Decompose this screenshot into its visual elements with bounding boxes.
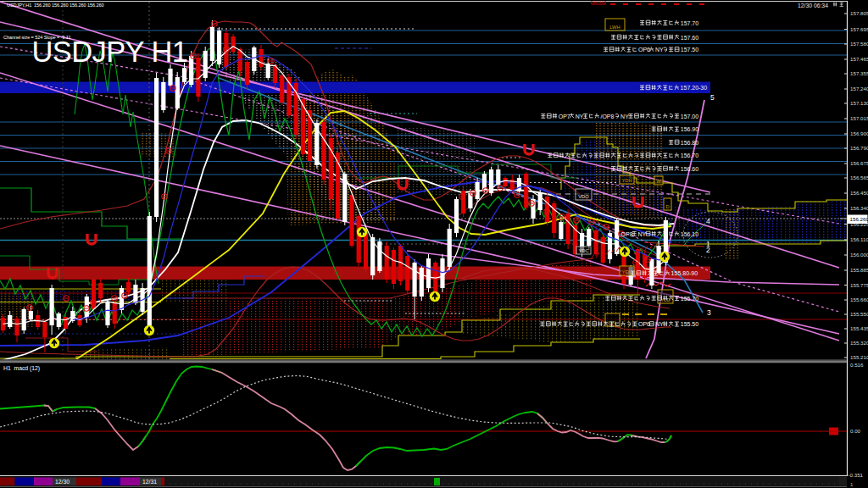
- svg-text:155.80-90: 155.80-90: [671, 270, 698, 276]
- svg-text:156.260: 156.260: [850, 216, 868, 222]
- svg-text:156.10: 156.10: [681, 231, 699, 237]
- svg-text:157.580: 157.580: [850, 41, 868, 47]
- svg-text:156.110: 156.110: [850, 236, 868, 242]
- svg-text:157.805: 157.805: [850, 10, 868, 16]
- svg-text:/OP8: /OP8: [600, 114, 614, 119]
- svg-text:12/31: 12/31: [142, 479, 157, 485]
- svg-text:157.00: 157.00: [681, 114, 699, 119]
- svg-text:LWH: LWH: [609, 25, 620, 30]
- svg-text:OP8: OP8: [621, 231, 633, 237]
- svg-text:157.70: 157.70: [681, 20, 699, 26]
- svg-text:NY: NY: [655, 321, 664, 327]
- svg-text:12/30 06:34: 12/30 06:34: [798, 3, 828, 8]
- svg-text:VDO: VDO: [578, 194, 589, 199]
- svg-text:155.775: 155.775: [850, 282, 868, 288]
- svg-text:NY: NY: [638, 231, 647, 237]
- svg-text:157.240: 157.240: [850, 86, 868, 92]
- svg-text:155.435: 155.435: [850, 325, 868, 331]
- svg-text:D: D: [665, 204, 669, 209]
- svg-text:157.50: 157.50: [681, 47, 699, 53]
- svg-text:NY: NY: [655, 47, 664, 53]
- svg-text:155.50: 155.50: [681, 321, 699, 327]
- svg-text:157.465: 157.465: [850, 56, 868, 62]
- svg-text:H1 macd (12): H1 macd (12): [3, 365, 40, 372]
- svg-text:YDC: YDC: [578, 248, 588, 253]
- svg-text:155.210: 155.210: [850, 354, 868, 360]
- svg-text:157.355: 157.355: [850, 70, 868, 76]
- svg-text:4: 4: [706, 217, 710, 225]
- svg-text:5: 5: [710, 93, 715, 102]
- svg-text:0.516: 0.516: [850, 362, 864, 368]
- svg-text:156.340: 156.340: [850, 205, 868, 211]
- svg-text:-0.351: -0.351: [849, 472, 864, 478]
- svg-text:155.660: 155.660: [850, 297, 868, 302]
- svg-text:YLD: YLD: [660, 297, 670, 302]
- svg-text:155.70: 155.70: [681, 296, 699, 302]
- svg-text:156.790: 156.790: [850, 145, 868, 151]
- svg-text:156.450: 156.450: [850, 190, 868, 196]
- svg-text:156.675: 156.675: [850, 160, 868, 166]
- svg-text:NY: NY: [620, 114, 629, 119]
- svg-text:156.000: 156.000: [850, 252, 868, 258]
- svg-text:155.320: 155.320: [850, 340, 868, 346]
- svg-text:USDJPY H1: USDJPY H1: [32, 36, 188, 68]
- svg-text:157.015: 157.015: [850, 115, 868, 121]
- svg-text:156.565: 156.565: [850, 175, 868, 180]
- svg-text:157.60: 157.60: [681, 35, 699, 41]
- svg-text:156.60: 156.60: [681, 166, 699, 172]
- svg-text:YDH: YDH: [621, 178, 632, 183]
- svg-text:12/30: 12/30: [55, 479, 70, 485]
- svg-text:156.900: 156.900: [850, 130, 868, 136]
- svg-text:OP6: OP6: [638, 321, 650, 327]
- svg-text:155.550: 155.550: [850, 311, 868, 317]
- svg-text:3: 3: [707, 308, 711, 317]
- svg-text:156.90: 156.90: [681, 126, 699, 132]
- svg-text:NY: NY: [576, 114, 584, 119]
- svg-text:W: W: [656, 179, 661, 184]
- svg-text:155.885: 155.885: [850, 267, 868, 273]
- svg-text:156.70: 156.70: [681, 152, 699, 158]
- svg-text:157.130: 157.130: [850, 100, 868, 106]
- svg-text:157.695: 157.695: [850, 26, 868, 32]
- svg-text:OP6: OP6: [638, 47, 650, 53]
- svg-text:2: 2: [706, 246, 710, 254]
- svg-text:157.20-30: 157.20-30: [681, 85, 708, 91]
- svg-text:YDL: YDL: [622, 269, 632, 274]
- svg-text:OP7: OP7: [559, 114, 570, 119]
- svg-text:156.80: 156.80: [681, 140, 699, 146]
- svg-text:USDJPY,H1 156.260 156.260 156: USDJPY,H1 156.260 156.260 156.260 156.26…: [7, 3, 104, 8]
- svg-text:0.00: 0.00: [850, 428, 861, 434]
